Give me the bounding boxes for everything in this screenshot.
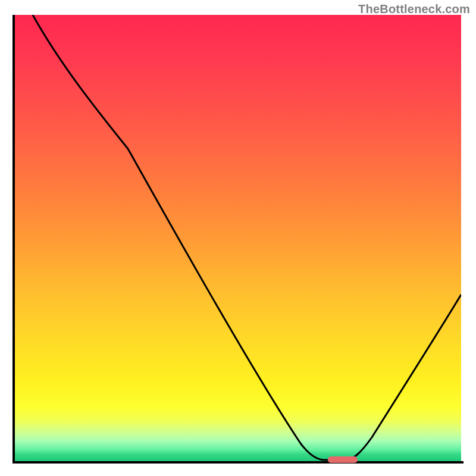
watermark-text: TheBottleneck.com: [358, 2, 470, 16]
background-gradient: [15, 15, 461, 461]
y-axis: [12, 15, 15, 464]
plot-area: [15, 15, 461, 461]
optimal-highlight: [328, 456, 358, 463]
x-axis: [12, 461, 464, 464]
chart-container: TheBottleneck.com: [0, 0, 476, 476]
